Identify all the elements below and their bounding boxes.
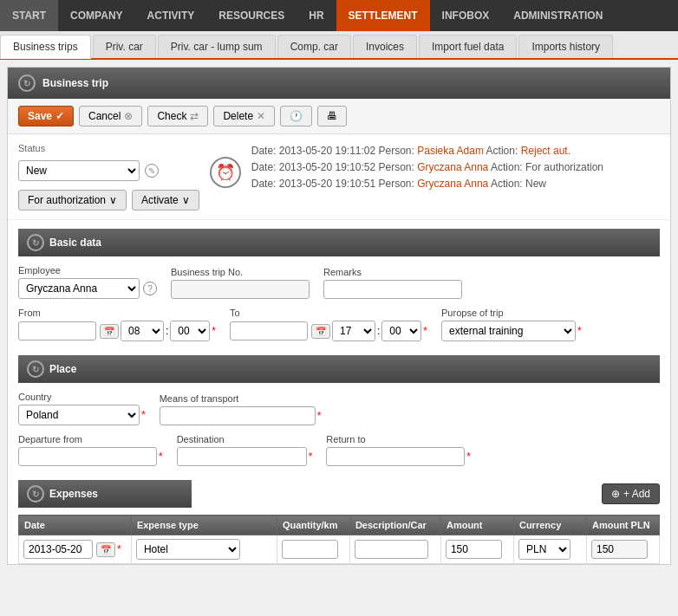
- place-icon: ↻: [27, 360, 44, 378]
- history-button[interactable]: 🕐: [280, 106, 312, 126]
- expense-amount-input[interactable]: [446, 540, 502, 559]
- col-amount-pln: Amount PLN: [586, 515, 659, 535]
- from-date-time: 2013-05-20 📅 08 : 00 *: [18, 321, 216, 341]
- cancel-label: Cancel: [88, 110, 121, 122]
- to-hour-select[interactable]: 17: [332, 321, 375, 341]
- to-calendar-button[interactable]: 📅: [311, 324, 330, 339]
- from-hour-select[interactable]: 08: [121, 321, 164, 341]
- expenses-title-bar: ↻ Expenses: [18, 480, 192, 508]
- place-row-2: Departure from Warsaw * Destination Pari…: [18, 434, 660, 466]
- sub-nav-import-fuel[interactable]: Import fuel data: [419, 35, 517, 58]
- nav-infobox[interactable]: INFOBOX: [430, 0, 502, 31]
- basic-data-title: Basic data: [49, 237, 101, 249]
- check-button[interactable]: Check ⇄: [147, 106, 208, 126]
- nav-settlement[interactable]: SETTLEMENT: [336, 0, 430, 31]
- basic-data-row-1: Employee Gryczana Anna ? Business trip N…: [18, 265, 660, 299]
- col-quantity: Quantity/km: [277, 515, 349, 535]
- employee-help-icon[interactable]: ?: [143, 282, 157, 295]
- col-currency: Currency: [513, 515, 586, 535]
- purpose-label: Puropse of trip: [441, 308, 582, 318]
- destination-group: Destination Paris *: [177, 434, 313, 466]
- business-trip-no-input[interactable]: 2013/000008: [171, 280, 310, 299]
- clock-widget: ⏰: [210, 157, 241, 188]
- nav-resources[interactable]: RESOURCES: [206, 0, 297, 31]
- transport-input[interactable]: airplance: [160, 406, 316, 425]
- departure-input[interactable]: Warsaw: [18, 447, 157, 466]
- edit-icon[interactable]: ✎: [145, 164, 159, 178]
- from-calendar-button[interactable]: 📅: [100, 324, 119, 339]
- purpose-required: *: [577, 325, 582, 337]
- employee-select[interactable]: Gryczana Anna: [18, 278, 140, 299]
- nav-start[interactable]: START: [0, 0, 58, 31]
- delete-button[interactable]: Delete ✕: [213, 106, 275, 126]
- audit-log-entry-3: Date: 2013-05-20 19:10:51 Person: Grycza…: [251, 176, 660, 192]
- col-type: Expense type: [131, 515, 277, 535]
- basic-data-section: ↻ Basic data Employee Gryczana Anna ? Bu…: [8, 220, 670, 355]
- expense-type-cell: Hotel Flight Train Taxi Meal Other: [131, 535, 277, 564]
- expense-currency-select[interactable]: PLN EUR USD GBP: [518, 539, 570, 560]
- expense-table: Date Expense type Quantity/km Descriptio…: [18, 515, 660, 564]
- expense-date-input[interactable]: [23, 540, 93, 559]
- basic-data-header: ↻ Basic data: [18, 229, 660, 256]
- audit-log-entry-1: Date: 2013-05-20 19:11:02 Person: Pasiek…: [251, 143, 660, 159]
- expense-amount-pln-input[interactable]: [591, 540, 648, 559]
- remarks-input[interactable]: [323, 280, 462, 299]
- sub-nav-imports-history[interactable]: Imports history: [518, 35, 613, 58]
- to-required: *: [423, 325, 427, 337]
- add-expense-button[interactable]: ⊕ + Add: [602, 483, 660, 504]
- check-label: Check: [157, 110, 186, 122]
- business-trip-no-group: Business trip No. 2013/000008: [171, 267, 310, 299]
- from-date-input[interactable]: 2013-05-20: [18, 321, 96, 340]
- sub-nav-priv-car[interactable]: Priv. car: [93, 35, 156, 58]
- purpose-select[interactable]: external training internal meeting clien…: [441, 321, 576, 341]
- delete-icon: ✕: [257, 110, 265, 122]
- from-min-select[interactable]: 00: [170, 321, 210, 341]
- departure-required: *: [159, 451, 163, 463]
- nav-company[interactable]: COMPANY: [58, 0, 134, 31]
- print-button[interactable]: 🖶: [317, 106, 347, 126]
- place-row-1: Country Poland Germany France UK USA * M…: [18, 392, 660, 425]
- from-required: *: [212, 325, 216, 337]
- activate-button[interactable]: Activate ∨: [132, 190, 199, 211]
- place-header: ↻ Place: [18, 355, 660, 383]
- expenses-header: ↻ Expenses ⊕ + Add: [18, 480, 660, 508]
- sub-nav-comp-car[interactable]: Comp. car: [277, 35, 351, 58]
- to-min-select[interactable]: 00: [381, 321, 421, 341]
- nav-hr[interactable]: HR: [297, 0, 336, 31]
- status-select[interactable]: New For authorization Accepted Rejected: [18, 160, 140, 181]
- to-hour-colon: :: [377, 325, 380, 337]
- to-date-input[interactable]: 2013-05-21: [230, 321, 308, 340]
- expense-description-input[interactable]: [355, 540, 428, 559]
- country-required: *: [141, 409, 146, 421]
- destination-input[interactable]: Paris: [177, 447, 307, 466]
- nav-administration[interactable]: ADMINISTRATION: [501, 0, 615, 31]
- nav-activity[interactable]: ACTIVITY: [135, 0, 207, 31]
- basic-data-row-2: From 2013-05-20 📅 08 : 00 * To 2: [18, 308, 660, 341]
- expense-calendar-button[interactable]: 📅: [96, 542, 115, 557]
- expenses-section: ↻ Expenses ⊕ + Add Date Expense type Qua…: [8, 480, 670, 564]
- check-icon: ⇄: [190, 110, 199, 122]
- sub-nav-priv-car-lump[interactable]: Priv. car - lump sum: [158, 35, 276, 58]
- business-trip-icon: ↻: [18, 75, 36, 92]
- status-select-row: New For authorization Accepted Rejected …: [18, 160, 199, 181]
- col-date: Date: [19, 515, 132, 535]
- print-icon: 🖶: [327, 110, 337, 122]
- expense-type-select[interactable]: Hotel Flight Train Taxi Meal Other: [136, 539, 240, 560]
- status-area: Status New For authorization Accepted Re…: [8, 134, 670, 220]
- expense-quantity-input[interactable]: [282, 540, 338, 559]
- for-authorization-label: For authorization: [28, 194, 106, 206]
- sub-nav-invoices[interactable]: Invoices: [353, 35, 417, 58]
- return-to-input[interactable]: Warsaw: [326, 447, 465, 466]
- transport-label: Means of transport: [160, 393, 322, 404]
- return-to-required: *: [466, 451, 471, 463]
- save-button[interactable]: Save ✓: [18, 106, 74, 126]
- cancel-button[interactable]: Cancel ⊗: [79, 106, 142, 126]
- sub-nav-business-trips[interactable]: Business trips: [0, 35, 91, 59]
- country-select[interactable]: Poland Germany France UK USA: [18, 405, 140, 425]
- for-authorization-button[interactable]: For authorization ∨: [18, 190, 127, 211]
- expenses-title: Expenses: [49, 488, 98, 500]
- transport-group: Means of transport airplance *: [160, 393, 322, 425]
- to-date-time: 2013-05-21 📅 17 : 00 *: [230, 321, 427, 341]
- destination-label: Destination: [177, 434, 313, 444]
- from-group: From 2013-05-20 📅 08 : 00 *: [18, 308, 216, 341]
